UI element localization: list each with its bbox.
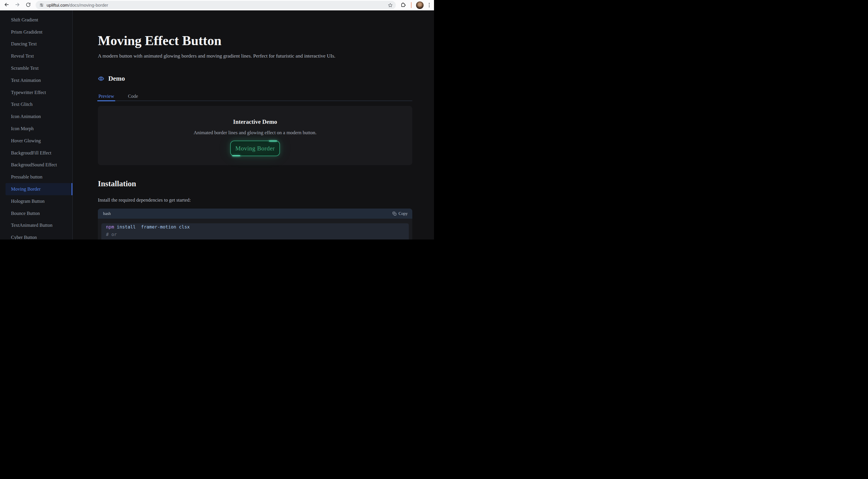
- forward-icon: [14, 2, 20, 8]
- code-line: pnpm add framer-motion clsx: [106, 238, 404, 240]
- sidebar-item[interactable]: Pressable button: [0, 171, 72, 183]
- toolbar-right: [400, 1, 431, 9]
- sidebar-item-label: BackgroudFill Effect: [11, 150, 51, 156]
- sidebar-item[interactable]: Shift Gradient: [0, 14, 72, 26]
- code-token-lead: npm: [106, 225, 114, 230]
- sidebar-item-label: Icon Animation: [11, 114, 41, 119]
- kebab-menu-icon: [429, 3, 430, 4]
- sidebar-item-label: Bounce Button: [11, 211, 40, 216]
- profile-theme-divider: [411, 2, 412, 8]
- copy-icon: [392, 211, 397, 216]
- main-content: Moving Effect Button A modern button wit…: [73, 10, 434, 240]
- installation-intro: Install the required dependencies to get…: [98, 197, 412, 203]
- forward-button[interactable]: [14, 2, 21, 8]
- code-token-rest: install framer-motion clsx: [114, 225, 190, 230]
- sidebar-item-label: Pressable button: [11, 174, 42, 180]
- sidebar-item-label: Reveal Text: [11, 53, 34, 59]
- sidebar-item[interactable]: BackgroudFill Effect: [0, 147, 72, 159]
- code-block-header: bash Copy: [98, 209, 412, 219]
- copy-button[interactable]: Copy: [392, 211, 408, 216]
- demo-panel-description: Animated border lines and glowing effect…: [194, 130, 317, 136]
- reload-icon: [26, 2, 31, 8]
- sidebar-item[interactable]: Dancing Text: [0, 38, 72, 50]
- code-line: # or: [106, 231, 404, 238]
- sidebar-item-label: BackgroudSound Effect: [11, 162, 57, 168]
- sidebar-item-label: Text Glitch: [11, 102, 32, 107]
- sidebar-item[interactable]: Icon Animation: [0, 110, 72, 123]
- demo-tabs: Preview Code: [98, 92, 412, 101]
- code-language-label: bash: [103, 211, 111, 216]
- sidebar-item[interactable]: Moving Border: [5, 183, 72, 195]
- profile-avatar[interactable]: [416, 1, 424, 9]
- installation-heading: Installation: [98, 179, 412, 188]
- tab-preview[interactable]: Preview: [98, 92, 115, 101]
- sidebar-item[interactable]: Text Glitch: [0, 99, 72, 111]
- sidebar-item[interactable]: Reveal Text: [0, 50, 72, 62]
- browser-window: upliftui.com/docs/moving-border Sh: [0, 0, 434, 240]
- sidebar-item-label: Icon Morph: [11, 126, 34, 132]
- sidebar-item-label: Cyber Button: [11, 235, 37, 240]
- page-body: Shift Gradient Prism Gradident Dancing T…: [0, 10, 434, 240]
- page-title: Moving Effect Button: [98, 33, 412, 48]
- sidebar-item[interactable]: Typewritter Effect: [0, 87, 72, 99]
- sidebar-item[interactable]: Prism Gradident: [0, 26, 72, 38]
- code-line: npm install framer-motion clsx: [106, 223, 404, 231]
- sidebar-item-label: Typewritter Effect: [11, 90, 46, 96]
- sidebar-item-label: Moving Border: [11, 186, 40, 192]
- moving-border-segment-top: [269, 141, 277, 141]
- reload-button[interactable]: [25, 2, 31, 8]
- sidebar-item[interactable]: Cyber Button: [0, 231, 72, 240]
- bookmark-star-button[interactable]: [388, 3, 393, 8]
- sidebar-item[interactable]: Hologram Button: [0, 195, 72, 207]
- moving-border-button[interactable]: Moving Border: [230, 141, 280, 156]
- sidebar-item[interactable]: Hover Glowing: [0, 135, 72, 147]
- sidebar-item-label: Prism Gradident: [11, 29, 42, 35]
- extensions-button[interactable]: [400, 2, 406, 8]
- demo-section-heading: Demo: [98, 75, 412, 82]
- address-bar[interactable]: upliftui.com/docs/moving-border: [36, 1, 396, 9]
- sidebar-item[interactable]: Scramble Text: [0, 62, 72, 74]
- back-icon: [4, 2, 9, 8]
- demo-preview-panel: Interactive Demo Animated border lines a…: [98, 106, 412, 165]
- extensions-puzzle-icon: [400, 2, 406, 8]
- sidebar-item-label: Dancing Text: [11, 41, 37, 47]
- install-code-block: bash Copy npm install framer-motion clsx: [98, 209, 412, 240]
- copy-button-label: Copy: [399, 211, 408, 216]
- url-text: upliftui.com/docs/moving-border: [46, 3, 385, 7]
- tab-code[interactable]: Code: [127, 92, 139, 101]
- sidebar-item-label: Hologram Button: [11, 198, 44, 204]
- demo-panel-heading: Interactive Demo: [233, 118, 277, 125]
- sidebar-item-label: TextAnimated Button: [11, 223, 53, 228]
- moving-border-button-label: Moving Border: [236, 145, 275, 152]
- sidebar: Shift Gradient Prism Gradident Dancing T…: [0, 10, 73, 240]
- moving-border-segment-bottom: [232, 155, 240, 156]
- url-host: upliftui.com: [46, 3, 69, 7]
- sidebar-item[interactable]: Icon Morph: [0, 123, 72, 135]
- back-button[interactable]: [3, 2, 10, 8]
- sidebar-item[interactable]: Text Animation: [0, 74, 72, 87]
- sidebar-item-label: Shift Gradient: [11, 17, 38, 23]
- browser-menu-button[interactable]: [428, 2, 431, 8]
- eye-icon: [98, 75, 104, 82]
- sidebar-item[interactable]: BackgroudSound Effect: [0, 159, 72, 171]
- demo-heading-text: Demo: [108, 75, 125, 82]
- tune-icon: [39, 3, 44, 7]
- sidebar-item[interactable]: Bounce Button: [0, 207, 72, 219]
- sidebar-item-label: Scramble Text: [11, 65, 38, 71]
- code-pre[interactable]: npm install framer-motion clsx # or pnpm…: [101, 223, 409, 240]
- browser-toolbar: upliftui.com/docs/moving-border: [0, 0, 434, 10]
- code-token-lead: # or: [106, 232, 117, 237]
- page-subtitle: A modern button with animated glowing bo…: [98, 53, 412, 59]
- url-path: /docs/moving-border: [69, 3, 108, 7]
- sidebar-item-label: Text Animation: [11, 77, 41, 83]
- code-block-body: npm install framer-motion clsx # or pnpm…: [98, 219, 412, 240]
- sidebar-item-label: Hover Glowing: [11, 138, 41, 144]
- sidebar-item[interactable]: TextAnimated Button: [0, 219, 72, 232]
